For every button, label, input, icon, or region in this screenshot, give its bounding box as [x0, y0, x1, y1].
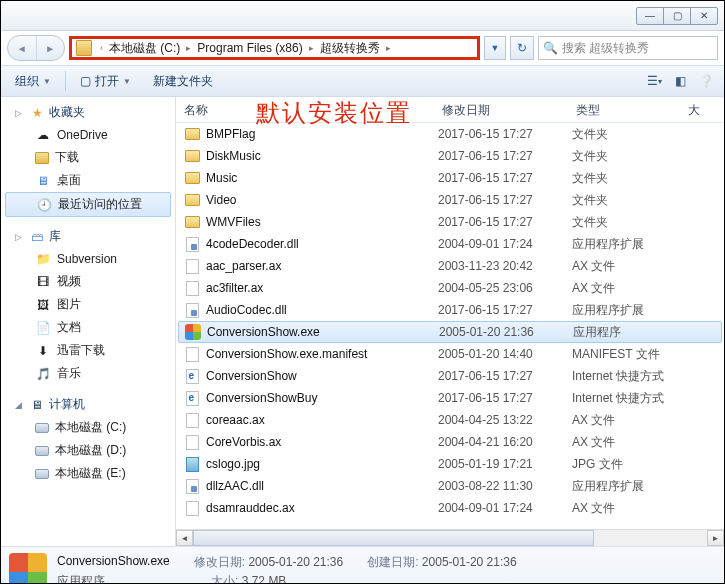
details-value: 3.72 MB	[242, 574, 287, 585]
view-button[interactable]: ☰▾	[642, 70, 666, 92]
nav-group-favorites[interactable]: ▷★收藏夹	[1, 101, 175, 124]
open-icon: ▢	[80, 74, 91, 88]
recent-icon: 🕘	[36, 197, 52, 213]
column-size[interactable]: 大	[680, 102, 724, 119]
file-name: dsamrauddec.ax	[206, 501, 438, 515]
help-button[interactable]: ❔	[694, 70, 718, 92]
open-button[interactable]: ▢ 打开▼	[72, 70, 139, 93]
nav-item-drive-d[interactable]: 本地磁盘 (D:)	[1, 439, 175, 462]
nav-item[interactable]: 🖼图片	[1, 293, 175, 316]
file-date: 2004-04-25 13:22	[438, 413, 572, 427]
column-date[interactable]: 修改日期	[434, 102, 568, 119]
file-row[interactable]: CoreVorbis.ax2004-04-21 16:20AX 文件	[176, 431, 724, 453]
file-row[interactable]: coreaac.ax2004-04-25 13:22AX 文件	[176, 409, 724, 431]
details-pane: ConversionShow.exe 修改日期: 2005-01-20 21:3…	[1, 546, 724, 584]
file-date: 2003-08-22 11:30	[438, 479, 572, 493]
file-date: 2005-01-19 17:21	[438, 457, 572, 471]
details-filename: ConversionShow.exe	[57, 554, 170, 568]
file-row[interactable]: 4codeDecoder.dll2004-09-01 17:24应用程序扩展	[176, 233, 724, 255]
file-date: 2004-05-25 23:06	[438, 281, 572, 295]
address-bar-row: ◄ ► ‹ 本地磁盘 (C:) ▸ Program Files (x86) ▸ …	[1, 31, 724, 65]
breadcrumb[interactable]: 超级转换秀	[318, 38, 382, 58]
disk-icon	[35, 446, 49, 456]
breadcrumb[interactable]: 本地磁盘 (C:)	[107, 38, 182, 58]
file-row[interactable]: ConversionShowBuy2017-06-15 17:27Interne…	[176, 387, 724, 409]
file-row[interactable]: ac3filter.ax2004-05-25 23:06AX 文件	[176, 277, 724, 299]
forward-button[interactable]: ►	[37, 36, 65, 60]
file-type: 文件夹	[572, 192, 702, 209]
minimize-button[interactable]: —	[636, 7, 664, 25]
close-button[interactable]: ✕	[690, 7, 718, 25]
file-type: 文件夹	[572, 126, 702, 143]
file-name: aac_parser.ax	[206, 259, 438, 273]
maximize-button[interactable]: ▢	[663, 7, 691, 25]
nav-group-libraries[interactable]: ▷🗃库	[1, 225, 175, 248]
file-row[interactable]: Video2017-06-15 17:27文件夹	[176, 189, 724, 211]
nav-item-drive-e[interactable]: 本地磁盘 (E:)	[1, 462, 175, 485]
file-row[interactable]: Music2017-06-15 17:27文件夹	[176, 167, 724, 189]
file-date: 2017-06-15 17:27	[438, 193, 572, 207]
file-icon	[184, 478, 200, 494]
nav-group-computer[interactable]: ◢🖥计算机	[1, 393, 175, 416]
file-type: MANIFEST 文件	[572, 346, 702, 363]
nav-item-downloads[interactable]: 下载	[1, 146, 175, 169]
chevron-right-icon: ‹	[96, 43, 107, 53]
scroll-left-button[interactable]: ◄	[176, 530, 193, 546]
address-bar[interactable]: ‹ 本地磁盘 (C:) ▸ Program Files (x86) ▸ 超级转换…	[69, 36, 480, 60]
file-row[interactable]: BMPFlag2017-06-15 17:27文件夹	[176, 123, 724, 145]
file-name: ConversionShow	[206, 369, 438, 383]
file-row[interactable]: AudioCodec.dll2017-06-15 17:27应用程序扩展	[176, 299, 724, 321]
file-row[interactable]: cslogo.jpg2005-01-19 17:21JPG 文件	[176, 453, 724, 475]
preview-pane-button[interactable]: ◧	[668, 70, 692, 92]
breadcrumb[interactable]: Program Files (x86)	[195, 38, 304, 58]
file-name: Music	[206, 171, 438, 185]
nav-item-onedrive[interactable]: ☁OneDrive	[1, 124, 175, 146]
nav-item-recent[interactable]: 🕘最近访问的位置	[5, 192, 171, 217]
file-date: 2017-06-15 17:27	[438, 171, 572, 185]
file-row[interactable]: ConversionShow2017-06-15 17:27Internet 快…	[176, 365, 724, 387]
file-icon	[184, 500, 200, 516]
music-icon: 🎵	[35, 366, 51, 382]
scroll-thumb[interactable]	[193, 530, 594, 546]
history-dropdown[interactable]: ▼	[484, 36, 506, 60]
scroll-right-button[interactable]: ►	[707, 530, 724, 546]
file-icon	[185, 324, 201, 340]
file-type: 文件夹	[572, 148, 702, 165]
nav-item[interactable]: 📁Subversion	[1, 248, 175, 270]
nav-item[interactable]: 🎵音乐	[1, 362, 175, 385]
organize-button[interactable]: 组织▼	[7, 70, 59, 93]
details-label: 修改日期:	[194, 555, 245, 569]
file-date: 2004-09-01 17:24	[438, 501, 572, 515]
column-name[interactable]: 名称	[176, 102, 434, 119]
file-row[interactable]: ConversionShow.exe.manifest2005-01-20 14…	[176, 343, 724, 365]
nav-item-drive-c[interactable]: 本地磁盘 (C:)	[1, 416, 175, 439]
nav-item[interactable]: 🎞视频	[1, 270, 175, 293]
horizontal-scrollbar[interactable]: ◄ ►	[176, 529, 724, 546]
file-row[interactable]: DiskMusic2017-06-15 17:27文件夹	[176, 145, 724, 167]
file-name: DiskMusic	[206, 149, 438, 163]
column-type[interactable]: 类型	[568, 102, 680, 119]
nav-item-desktop[interactable]: 🖥桌面	[1, 169, 175, 192]
cloud-icon: ☁	[35, 127, 51, 143]
refresh-button[interactable]: ↻	[510, 36, 534, 60]
file-row[interactable]: dllzAAC.dll2003-08-22 11:30应用程序扩展	[176, 475, 724, 497]
nav-item[interactable]: ⬇迅雷下载	[1, 339, 175, 362]
new-folder-button[interactable]: 新建文件夹	[145, 70, 221, 93]
file-icon	[184, 280, 200, 296]
file-row[interactable]: WMVFiles2017-06-15 17:27文件夹	[176, 211, 724, 233]
search-input[interactable]: 🔍 搜索 超级转换秀	[538, 36, 718, 60]
file-type: AX 文件	[572, 258, 702, 275]
library-icon: 📁	[35, 251, 51, 267]
file-row[interactable]: dsamrauddec.ax2004-09-01 17:24AX 文件	[176, 497, 724, 519]
file-date: 2004-04-21 16:20	[438, 435, 572, 449]
file-type: 应用程序	[573, 324, 703, 341]
file-icon	[184, 368, 200, 384]
file-row[interactable]: ConversionShow.exe2005-01-20 21:36应用程序	[178, 321, 722, 343]
file-type: Internet 快捷方式	[572, 390, 702, 407]
back-button[interactable]: ◄	[8, 36, 37, 60]
nav-item[interactable]: 📄文档	[1, 316, 175, 339]
details-type: 应用程序	[57, 573, 105, 585]
file-row[interactable]: aac_parser.ax2003-11-23 20:42AX 文件	[176, 255, 724, 277]
file-icon	[184, 170, 200, 186]
file-type: AX 文件	[572, 500, 702, 517]
